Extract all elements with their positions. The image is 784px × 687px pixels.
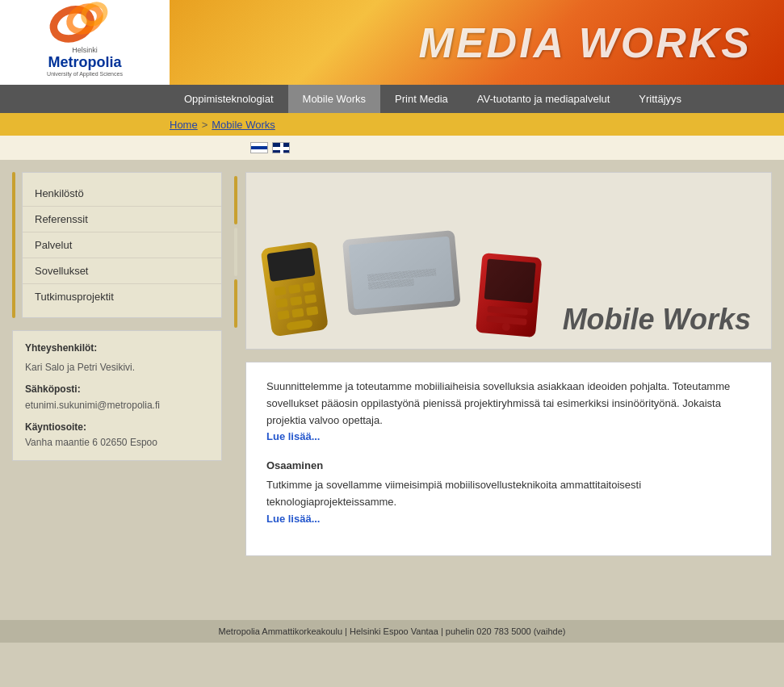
text-section-1: Suunnittelemme ja toteutamme mobiiliaihe…: [266, 379, 751, 446]
read-more-1[interactable]: Lue lisää...: [266, 430, 320, 442]
paragraph-2: Tutkimme ja sovellamme viimeisimpiä mobi…: [266, 477, 751, 511]
nav-print-media[interactable]: Print Media: [380, 85, 463, 113]
contact-address: Vanha maantie 6 02650 Espoo: [25, 437, 157, 448]
sidebar-accent-bar: [12, 172, 15, 318]
device-phone: [256, 237, 333, 345]
nav-av-tuotanto[interactable]: AV-tuotanto ja mediapalvelut: [463, 85, 625, 113]
contact-email: etunimi.sukunimi@metropolia.fi: [25, 400, 160, 411]
logo-university: University of Applied Sciences: [47, 71, 123, 77]
svg-rect-12: [291, 308, 304, 318]
breadcrumb-separator: >: [202, 119, 208, 131]
logo-helsinki: Helsinki: [47, 46, 123, 54]
svg-rect-20: [484, 259, 536, 304]
content-accent-bars: [234, 172, 237, 556]
svg-rect-6: [288, 284, 300, 294]
footer: Metropolia Ammattikorkeakoulu | Helsinki…: [0, 620, 784, 643]
contact-email-section: Sähköposti: etunimi.sukunimi@metropolia.…: [25, 382, 209, 413]
sidebar-menu: Henkilöstö Referenssit Palvelut Sovelluk…: [22, 172, 222, 318]
flag-finnish[interactable]: [250, 142, 268, 153]
logo-text: Helsinki Metropolia University of Applie…: [47, 46, 123, 77]
nav-oppimisteknologiat[interactable]: Oppimisteknologiat: [170, 85, 288, 113]
svg-rect-13: [306, 306, 318, 316]
site-title: MEDIA WORKS: [419, 19, 752, 67]
hero-devices: ░░░░░░░░░░░░░░░ ░░░░░░░░░░: [262, 232, 541, 341]
sidebar-contact: Yhteyshenkilöt: Kari Salo ja Petri Vesik…: [12, 330, 222, 461]
header-title-area: MEDIA WORKS: [170, 0, 784, 85]
flag-bar: [0, 136, 784, 160]
nav-yrittajyys[interactable]: Yrittäjyys: [624, 85, 696, 113]
svg-rect-7: [303, 283, 315, 292]
sidebar-item-referenssit[interactable]: Referenssit: [23, 207, 221, 232]
text-section-2: Osaaminen Tutkimme ja sovellamme viimeis…: [266, 458, 751, 527]
svg-rect-10: [304, 294, 317, 304]
contact-address-label: Käyntiosoite:: [25, 421, 86, 433]
breadcrumb: Home > Mobile Works: [170, 119, 275, 131]
footer-text: Metropolia Ammattikorkeakoulu | Helsinki…: [219, 626, 566, 636]
device-red: [472, 250, 544, 344]
svg-rect-8: [275, 298, 287, 308]
sidebar-item-tutkimusprojektit[interactable]: Tutkimusprojektit: [23, 284, 221, 309]
device-tablet: ░░░░░░░░░░░░░░░ ░░░░░░░░░░: [340, 228, 464, 321]
sidebar-item-henkilosto[interactable]: Henkilöstö: [23, 181, 221, 207]
read-more-2[interactable]: Lue lisää...: [266, 513, 320, 525]
sidebar-item-sovellukset[interactable]: Sovellukset: [23, 258, 221, 284]
subtitle-2: Osaaminen: [266, 458, 751, 475]
logo-section: Helsinki Metropolia University of Applie…: [0, 0, 170, 85]
hero-title: Mobile Works: [563, 303, 751, 337]
main-content: Henkilöstö Referenssit Palvelut Sovelluk…: [0, 160, 784, 620]
sidebar-item-palvelut[interactable]: Palvelut: [23, 232, 221, 258]
nav-bar: Oppimisteknologiat Mobile Works Print Me…: [0, 85, 784, 113]
breadcrumb-current[interactable]: Mobile Works: [212, 119, 275, 131]
contact-names: Kari Salo ja Petri Vesikivi.: [25, 360, 209, 375]
content-area: ░░░░░░░░░░░░░░░ ░░░░░░░░░░: [234, 172, 772, 608]
metropolia-logo-swirl: [40, 0, 129, 44]
svg-rect-11: [277, 310, 289, 320]
nav-links: Oppimisteknologiat Mobile Works Print Me…: [170, 85, 696, 113]
text-content-box: Suunnittelemme ja toteutamme mobiiliaihe…: [245, 362, 772, 556]
header: Helsinki Metropolia University of Applie…: [0, 0, 784, 85]
contact-title: Yhteyshenkilöt:: [25, 341, 209, 356]
breadcrumb-home[interactable]: Home: [170, 119, 198, 131]
nav-mobile-works[interactable]: Mobile Works: [288, 85, 381, 113]
contact-email-label: Sähköposti:: [25, 383, 81, 395]
logo-metropolia: Metropolia: [47, 54, 123, 71]
breadcrumb-bar: Home > Mobile Works: [0, 113, 784, 136]
sidebar: Henkilöstö Referenssit Palvelut Sovelluk…: [12, 172, 222, 608]
hero-section: ░░░░░░░░░░░░░░░ ░░░░░░░░░░: [245, 172, 772, 350]
flag-english[interactable]: [272, 142, 290, 153]
svg-rect-5: [274, 287, 286, 296]
svg-rect-9: [290, 296, 302, 306]
paragraph-1: Suunnittelemme ja toteutamme mobiiliaihe…: [266, 379, 751, 429]
contact-address-section: Käyntiosoite: Vanha maantie 6 02650 Espo…: [25, 420, 209, 450]
